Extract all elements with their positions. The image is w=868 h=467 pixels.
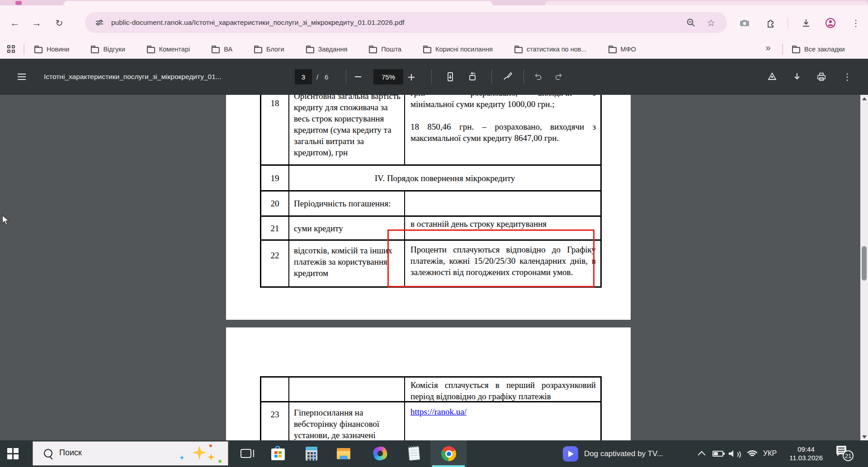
separator xyxy=(346,70,346,84)
download-pdf-button[interactable] xyxy=(792,71,802,82)
scrollbar[interactable] xyxy=(860,95,868,440)
active-app-indicator xyxy=(432,465,465,467)
zoom-in-button[interactable] xyxy=(408,74,415,81)
page-separator: / xyxy=(316,59,318,95)
folder-icon xyxy=(212,47,220,53)
bookmark-label: Пошта xyxy=(381,46,401,53)
notification-center-button[interactable]: 21 xyxy=(836,446,855,462)
downloads-button[interactable] xyxy=(799,16,813,30)
scroll-down-arrow[interactable] xyxy=(860,433,868,440)
apps-grid-icon[interactable] xyxy=(7,45,15,53)
bookmark-label: Корисні посилання xyxy=(435,46,493,53)
bookmark-item[interactable]: Новини xyxy=(34,45,69,53)
folder-icon xyxy=(609,47,617,53)
extensions-icon[interactable] xyxy=(764,16,778,30)
folder-icon xyxy=(147,47,155,53)
pdf-page-3: 18 Орієнтовна загальна вартість кредиту … xyxy=(226,95,631,320)
browser-menu-button[interactable]: ⋮ xyxy=(849,16,863,30)
pdf-content-area[interactable]: 18 Орієнтовна загальна вартість кредиту … xyxy=(0,95,868,440)
pdf-more-button[interactable]: ⋮ xyxy=(842,70,853,84)
url-text[interactable]: public-document.ranok.ua/Істотні_характе… xyxy=(111,19,405,27)
bookmark-item[interactable]: Відгуки xyxy=(91,45,125,53)
back-button[interactable]: ← xyxy=(7,15,23,31)
bookmark-label: МФО xyxy=(621,46,636,53)
page-number-input[interactable]: 3 xyxy=(295,69,312,84)
start-button[interactable] xyxy=(7,448,19,459)
notepad-button[interactable] xyxy=(408,446,420,461)
bookmarks-overflow-chevron[interactable]: » xyxy=(762,42,774,53)
time: 09:44 xyxy=(783,445,829,453)
pdf-title: Істотні_характеристики_послуги_зі_мікрок… xyxy=(44,59,222,95)
file-explorer-button[interactable] xyxy=(337,448,350,459)
red-annotation-box xyxy=(387,229,594,287)
bookmark-label: Блоги xyxy=(266,46,284,53)
taskbar: Поиск Dog captivated by TV... xyxy=(0,440,868,467)
rotate-button[interactable] xyxy=(467,71,478,82)
fit-page-button[interactable] xyxy=(445,71,456,82)
bookmark-item[interactable]: Корисні посилання xyxy=(423,45,493,53)
bookmark-label: Коментарі xyxy=(159,46,190,53)
bookmarks-bar: Новини Відгуки Коментарі ВА Блоги Завдан… xyxy=(0,40,868,59)
taskbar-search-box[interactable]: Поиск xyxy=(33,441,228,466)
network-icon[interactable] xyxy=(746,449,759,458)
active-tab[interactable] xyxy=(63,1,493,5)
bookmark-item[interactable]: Завдання xyxy=(306,45,348,53)
media-player-button[interactable] xyxy=(563,446,578,462)
undo-button[interactable] xyxy=(533,71,543,82)
zoom-out-button[interactable] xyxy=(353,72,363,81)
table-row: 18 Орієнтовна загальна вартість кредиту … xyxy=(260,95,602,166)
bookmark-item[interactable]: Блоги xyxy=(254,45,284,53)
separator xyxy=(431,70,432,84)
row-label-cell: Гіперпосилання на вебсторінку фінансової… xyxy=(288,402,404,440)
battery-icon[interactable] xyxy=(712,451,723,457)
microsoft-store-button[interactable] xyxy=(271,446,285,461)
profile-avatar[interactable] xyxy=(824,16,837,30)
row-label-cell xyxy=(288,378,404,401)
row-number-cell: 23 xyxy=(261,402,288,440)
zoom-level[interactable]: 75% xyxy=(373,69,403,84)
bookmark-star-icon[interactable]: ☆ xyxy=(704,16,718,30)
zoom-search-icon[interactable] xyxy=(685,17,696,28)
tray-expand-chevron[interactable] xyxy=(698,451,706,459)
bookmark-label: Новини xyxy=(47,46,69,53)
save-to-drive-button[interactable] xyxy=(767,71,778,82)
bookmark-item[interactable]: ВА xyxy=(212,45,232,53)
task-view-button[interactable] xyxy=(241,449,251,458)
bookmark-item[interactable]: Коментарі xyxy=(147,45,190,53)
pdf-menu-icon[interactable] xyxy=(16,72,27,82)
row-number-cell: 19 xyxy=(261,166,288,190)
camera-icon[interactable] xyxy=(738,16,751,30)
screen: ← → ↻ public-document.ranok.ua/Істотні_х… xyxy=(0,0,868,467)
document-hyperlink[interactable]: https://ranok.ua/ xyxy=(410,407,467,416)
bookmark-item[interactable]: статистика по нов... xyxy=(514,45,587,53)
volume-icon[interactable] xyxy=(729,450,741,458)
reload-button[interactable]: ↻ xyxy=(52,15,67,31)
date: 11.03.2026 xyxy=(783,453,829,462)
annotate-pen-button[interactable] xyxy=(503,71,514,82)
separator xyxy=(491,70,492,84)
table-row: 19 IV. Порядок повернення мікрокредиту xyxy=(260,166,602,191)
chrome-taskbar-button[interactable] xyxy=(430,440,467,467)
copilot-button[interactable] xyxy=(372,445,389,462)
language-indicator[interactable]: УКР xyxy=(763,449,777,458)
bookmark-label: Завдання xyxy=(318,46,348,53)
redo-button[interactable] xyxy=(553,71,564,82)
all-bookmarks-button[interactable]: Все закладки xyxy=(792,40,845,59)
address-bar[interactable]: public-document.ranok.ua/Істотні_характе… xyxy=(85,12,727,33)
media-title[interactable]: Dog captivated by TV... xyxy=(584,440,663,467)
toolbar-separator xyxy=(788,18,788,28)
bookmark-item[interactable]: Пошта xyxy=(369,45,401,53)
secondary-tab[interactable] xyxy=(545,1,868,5)
scrollbar-thumb[interactable] xyxy=(862,246,867,280)
print-button[interactable] xyxy=(816,71,827,82)
forward-button[interactable]: → xyxy=(29,15,44,31)
bookmarks-separator xyxy=(24,44,24,55)
clock[interactable]: 09:44 11.03.2026 xyxy=(783,445,829,462)
folder-icon xyxy=(34,47,42,53)
calculator-button[interactable] xyxy=(306,447,317,461)
scroll-up-arrow[interactable] xyxy=(860,95,868,102)
row-label-cell: Періодичність погашення: xyxy=(288,191,404,215)
bookmark-item[interactable]: МФО xyxy=(609,45,636,53)
site-info-icon[interactable] xyxy=(94,17,105,28)
bookmark-list: Новини Відгуки Коментарі ВА Блоги Завдан… xyxy=(34,40,636,59)
